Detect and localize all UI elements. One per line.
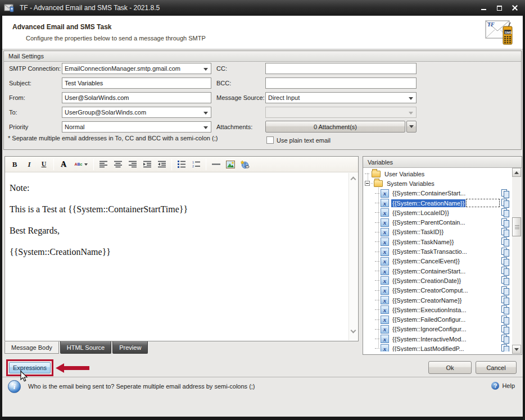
to-combo[interactable]: UserGroup@SolarWinds.com [62,107,211,118]
priority-combo[interactable]: Normal [62,121,211,133]
variable-item[interactable]: x{{System::CancelEvent}} [364,257,512,266]
align-right-button[interactable] [126,158,139,171]
collapse-expander-icon[interactable] [365,181,370,186]
message-editor: B I U A ABc [4,156,359,341]
message-body-editor[interactable]: Note: This is a Test at {{System::Contai… [6,173,349,340]
bcc-input[interactable] [265,77,417,89]
variable-icon: x [381,199,389,207]
close-button[interactable] [512,4,518,11]
from-input[interactable] [62,92,211,103]
copy-icon[interactable] [501,305,509,314]
numbered-list-button[interactable]: 12 [189,158,203,171]
scroll-down-button[interactable] [512,345,521,354]
chevron-down-icon [409,112,413,115]
variable-item[interactable]: x{{System::ExecutionInsta... [364,305,512,314]
tab-preview[interactable]: Preview [112,341,148,354]
copy-icon[interactable] [501,208,509,217]
editor-scrollbar[interactable] [349,173,357,340]
copy-icon[interactable] [501,335,509,343]
variable-item[interactable]: x{{System::ContainerStart... [364,189,512,198]
open-folder-icon [374,180,383,187]
scrollbar-thumb[interactable] [512,217,521,236]
copy-icon[interactable] [501,228,509,236]
variable-item[interactable]: x{{System::InteractiveMod... [364,334,512,344]
help-button[interactable]: ? Help [491,382,515,390]
copy-icon[interactable] [501,218,509,227]
indent-button[interactable] [141,158,154,171]
tab-html-source[interactable]: HTML Source [60,341,111,354]
copy-icon[interactable] [501,316,509,324]
underline-button[interactable]: U [37,158,51,171]
chevron-down-icon [203,126,208,129]
variable-item[interactable]: x{{System::CreationName}} [364,198,512,208]
folder-system-variables[interactable]: System Variables [364,179,512,188]
folder-label: User Variables [383,170,426,178]
font-color-button[interactable]: ABc [71,158,90,171]
variable-icon: x [381,267,389,275]
cc-input[interactable] [265,63,417,74]
minimize-button[interactable] [480,4,487,11]
copy-icon[interactable] [501,296,509,304]
variable-icon: x [381,316,389,324]
tab-message-body[interactable]: Message Body [4,341,59,354]
copy-icon[interactable] [501,286,509,295]
variable-item[interactable]: x{{System::ContainerStart... [364,266,512,276]
variable-item[interactable]: x{{System::TaskID}} [364,227,512,237]
bullet-list-button[interactable] [175,158,188,171]
variable-item[interactable]: x{{System::FailedConfigur... [364,314,512,324]
variables-tree-items: x{{System::ContainerStart...x{{System::C… [364,189,512,351]
horizontal-rule-button[interactable] [209,158,223,171]
maximize-button[interactable] [496,4,503,11]
variable-item[interactable]: x{{System::ParentContain... [364,217,512,227]
insert-image-button[interactable] [224,158,237,171]
group-header: Mail Settings [4,51,521,62]
scroll-up-icon[interactable] [351,177,356,182]
copy-icon[interactable] [501,325,509,334]
copy-icon[interactable] [501,238,509,246]
ok-button[interactable]: Ok [428,361,472,374]
variable-icon: x [381,344,389,351]
insert-link-button[interactable] [238,158,252,171]
copy-icon[interactable] [501,199,509,207]
align-left-button[interactable] [97,158,110,171]
variable-item[interactable]: x{{System::TaskName}} [364,237,512,246]
numbered-list-icon: 12 [192,161,201,168]
folder-user-variables[interactable]: User Variables [364,169,512,179]
variable-label: {{System::LastModifiedP... [391,345,465,351]
tree-connector [375,290,379,291]
cancel-button[interactable]: Cancel [476,361,517,374]
message-source-label: Message Source: [216,92,265,103]
variable-label: {{System::TaskID}} [391,228,445,236]
font-button[interactable]: A [57,158,70,171]
copy-icon[interactable] [501,257,509,266]
outdent-button[interactable] [155,158,169,171]
variable-item[interactable]: x{{System::LastModifiedP... [364,344,512,351]
copy-icon[interactable] [501,344,509,351]
variables-scrollbar[interactable] [512,168,521,354]
variable-item[interactable]: x{{System::IgnoreConfigur... [364,325,512,334]
scroll-down-icon[interactable] [351,328,356,334]
subject-input[interactable] [62,77,211,89]
bold-button[interactable]: B [8,158,21,171]
variables-panel: Variables User Variables System Variable… [363,156,522,355]
plain-text-checkbox[interactable] [266,136,274,144]
variable-item[interactable]: x{{System::TaskTransactio... [364,246,512,256]
smtp-connection-combo[interactable]: EmailConnectionManager.smtp.gmail.com [62,63,211,74]
align-center-button[interactable] [111,158,125,171]
copy-icon[interactable] [501,189,509,198]
variable-icon: x [381,238,389,246]
copy-icon[interactable] [501,248,509,256]
italic-button[interactable]: I [22,158,36,171]
variable-item[interactable]: x{{System::CreatorName}} [364,295,512,305]
message-source-combo[interactable]: Direct Input [265,92,417,103]
variable-item[interactable]: x{{System::CreatorComput... [364,286,512,295]
scroll-up-button[interactable] [512,168,521,177]
attachments-button[interactable]: 0 Attachment(s) [265,121,405,133]
variable-label: {{System::TaskName}} [391,238,455,246]
variable-item[interactable]: x{{System::LocaleID}} [364,208,512,217]
copy-icon[interactable] [501,276,509,285]
copy-icon[interactable] [501,267,509,275]
variable-item[interactable]: x{{System::CreationDate}} [364,276,512,285]
tree-connector [371,183,373,184]
attachments-dropdown-button[interactable] [406,121,417,133]
